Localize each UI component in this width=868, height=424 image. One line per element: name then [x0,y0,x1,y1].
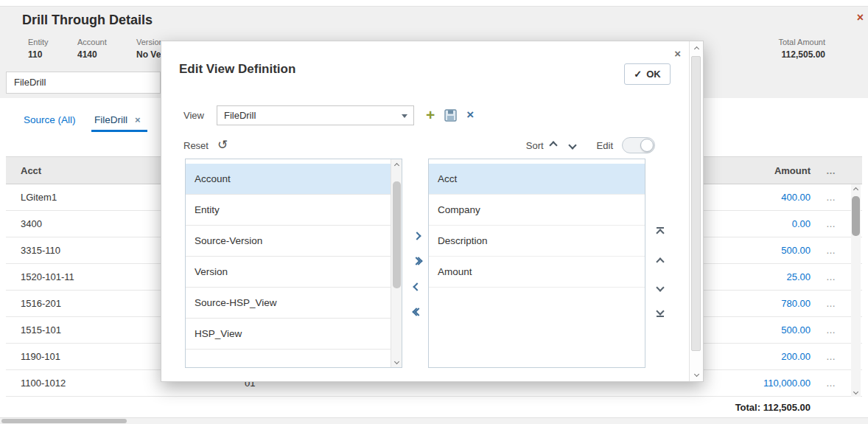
add-view-icon[interactable]: + [426,108,435,122]
scroll-down-icon[interactable] [851,386,861,397]
selected-item[interactable]: Description [429,226,645,257]
available-item[interactable]: Version [186,257,391,288]
pov-account-value: 4140 [77,49,107,60]
edit-view-dialog: × Edit View Definition ✓ OK View FileDri… [161,41,704,382]
pov-version-label: Version [136,38,164,46]
pov-version-value: No Ve [136,49,164,60]
scroll-down-icon[interactable] [391,356,402,366]
pov-entity: Entity 110 [28,38,49,60]
cell-amount-link[interactable]: 25.00 [729,271,811,282]
move-left-icon[interactable] [409,279,425,295]
selected-item[interactable]: Company [429,195,645,226]
dialog-close-icon[interactable]: × [674,47,681,60]
list-controls-row: Reset ↺ Sort Edit [183,136,655,155]
cell-amount-link[interactable]: 0.00 [729,218,811,229]
dialog-scrollbar-thumb[interactable] [691,56,701,351]
chevron-down-icon [402,114,407,118]
move-up-icon[interactable] [651,253,670,271]
selected-item[interactable]: Acct [429,164,645,195]
row-overflow-icon[interactable]: … [811,298,852,309]
table-hscrollbar-thumb[interactable] [1,419,127,423]
row-overflow-icon[interactable]: … [811,351,852,362]
dialog-title: Edit View Definition [179,62,295,77]
pov-version: Version No Ve [136,38,164,60]
total-amount: Total Amount 112,505.00 [778,38,825,60]
available-item[interactable]: Source-HSP_View [186,288,391,319]
edit-label: Edit [597,140,613,151]
tab-filedrill-label: FileDrill [94,114,127,125]
tab-source-all[interactable]: Source (All) [24,114,76,125]
available-columns-list: Account Entity Source-Version Version So… [185,159,402,368]
row-overflow-icon[interactable]: … [811,192,852,203]
scroll-down-icon[interactable] [690,368,703,380]
view-selector-row: View FileDrill + × [183,105,474,125]
ok-button-label: OK [646,69,661,80]
column-header-amount[interactable]: Amount [729,165,811,176]
scroll-up-icon[interactable] [690,43,703,55]
view-label: View [183,110,204,121]
table-hscrollbar[interactable] [0,417,868,424]
filedrill-field[interactable]: FileDrill [6,72,161,94]
edit-toggle[interactable] [622,137,655,153]
scroll-up-icon[interactable] [851,184,861,195]
cell-amount-link[interactable]: 200.00 [729,351,811,362]
available-item[interactable]: Entity [186,195,391,226]
move-down-icon[interactable] [651,279,670,296]
total-amount-label: Total Amount [778,38,825,46]
active-tab-underline [91,130,147,132]
scroll-up-icon[interactable] [391,160,402,170]
total-amount-value: 112,505.00 [778,49,825,60]
sort-descending-icon[interactable] [563,137,582,153]
edit-toggle-knob [640,139,654,152]
save-view-icon[interactable] [444,109,457,122]
pov-account-label: Account [77,38,107,46]
delete-view-icon[interactable]: × [466,108,474,122]
sort-ascending-icon[interactable] [544,137,563,153]
available-item[interactable]: Source-Version [186,226,391,257]
list-scrollbar-thumb[interactable] [393,181,401,288]
view-dropdown-value: FileDrill [224,110,256,121]
table-scrollbar-thumb[interactable] [852,196,860,236]
page-close-icon[interactable]: × [857,11,864,24]
move-right-icon[interactable] [409,228,425,244]
tab-close-icon[interactable]: × [135,114,141,125]
filedrill-field-value: FileDrill [14,77,46,88]
tab-filedrill[interactable]: FileDrill × [94,114,141,125]
available-item[interactable]: Account [186,164,391,195]
pov-entity-label: Entity [28,38,49,46]
move-to-bottom-icon[interactable] [651,304,670,322]
pov-account: Account 4140 [77,38,107,60]
ok-button[interactable]: ✓ OK [624,63,671,85]
cell-amount-link[interactable]: 400.00 [729,192,811,203]
table-total: Total: 112,505.00 [6,397,862,419]
list-scrollbar[interactable] [391,159,402,367]
page-title: Drill Through Details [22,13,153,28]
row-overflow-icon[interactable]: … [811,271,852,282]
header-overflow-icon[interactable]: … [811,165,852,176]
move-all-left-icon[interactable] [409,304,425,320]
move-all-right-icon[interactable] [409,253,425,269]
row-overflow-icon[interactable]: … [811,324,852,336]
selected-columns-list: Acct Company Description Amount [428,159,645,368]
pov-entity-value: 110 [28,49,49,60]
row-overflow-icon[interactable]: … [811,378,852,389]
cell-amount-link[interactable]: 500.00 [729,245,811,256]
drill-through-screen: Drill Through Details × Entity 110 Accou… [0,0,868,424]
selected-item[interactable]: Amount [429,257,645,288]
dialog-scrollbar[interactable] [689,41,703,381]
reset-label: Reset [183,140,209,151]
reset-icon[interactable]: ↺ [217,139,228,152]
cell-amount-link[interactable]: 500.00 [729,324,811,336]
row-overflow-icon[interactable]: … [811,245,852,256]
view-dropdown[interactable]: FileDrill [217,105,414,125]
sort-label: Sort [526,140,544,151]
available-item[interactable]: HSP_View [186,319,391,350]
check-icon: ✓ [634,69,642,80]
cell-amount-link[interactable]: 110,000.00 [729,378,811,389]
move-to-top-icon[interactable] [651,223,670,240]
cell-amount-link[interactable]: 780.00 [729,298,811,309]
row-overflow-icon[interactable]: … [811,218,852,229]
